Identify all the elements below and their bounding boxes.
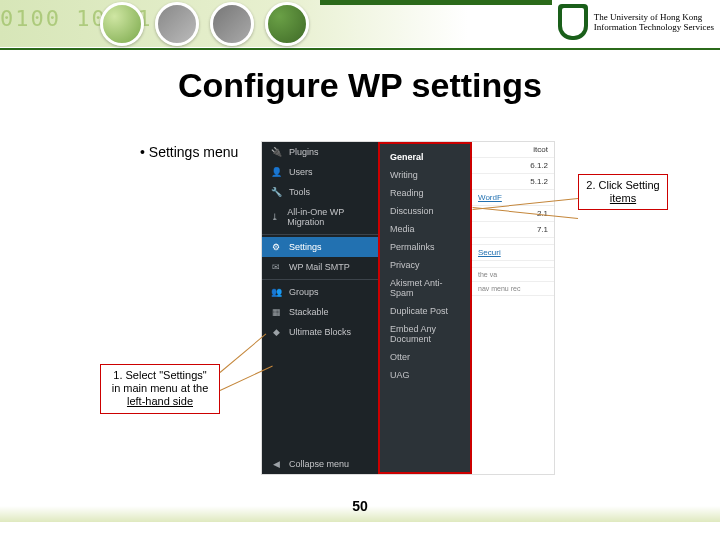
wp-row-right: 6.1.2: [530, 161, 548, 170]
wp-mail-smtp-icon: ✉: [270, 262, 282, 272]
wp-settings-item-discussion[interactable]: Discussion: [380, 202, 470, 220]
wp-menu-label: Collapse menu: [289, 459, 349, 469]
wp-menu-stackable[interactable]: ▦Stackable: [262, 302, 378, 322]
header-circle-globe: [100, 2, 144, 46]
hku-line1: The University of Hong Kong: [594, 12, 714, 22]
header-green-bar: [320, 0, 552, 5]
wp-content-panel: itcot6.1.25.1.2WordF2.17.1Securithe vana…: [472, 142, 554, 474]
all-in-one-wp-migration-icon: ⤓: [270, 212, 280, 222]
settings-icon: ⚙: [270, 242, 282, 252]
wp-row-right: 7.1: [537, 225, 548, 234]
wp-menu-label: Groups: [289, 287, 319, 297]
wp-settings-item-akismet-anti-spam[interactable]: Akismet Anti-Spam: [380, 274, 470, 302]
wp-content-row: 7.1: [472, 222, 554, 238]
hku-line2: Information Technology Services: [594, 22, 714, 32]
wp-side-separator: [262, 234, 378, 235]
wp-settings-item-embed-any-document[interactable]: Embed Any Document: [380, 320, 470, 348]
wp-settings-submenu: GeneralWritingReadingDiscussionMediaPerm…: [378, 142, 472, 474]
wp-menu-collapse-menu[interactable]: ◀Collapse menu: [262, 454, 378, 474]
wp-content-row: the va: [472, 268, 554, 282]
wp-content-row: nav menu rec: [472, 282, 554, 296]
stackable-icon: ▦: [270, 307, 282, 317]
wp-menu-label: WP Mail SMTP: [289, 262, 350, 272]
slide-header: 0100 10001 The University of Hong Kong I…: [0, 0, 720, 48]
wp-row-left: Securi: [478, 248, 501, 257]
wp-admin-screenshot: 🔌Plugins👤Users🔧Tools⤓All-in-One WP Migra…: [262, 142, 554, 474]
callout-2-line1: 2. Click Setting: [585, 179, 661, 192]
wp-menu-label: Plugins: [289, 147, 319, 157]
callout-1-line2: in main menu at the: [107, 382, 213, 395]
wp-side-separator: [262, 279, 378, 280]
ultimate-blocks-icon: ◆: [270, 327, 282, 337]
wp-content-row: 6.1.2: [472, 158, 554, 174]
wp-content-row: 5.1.2: [472, 174, 554, 190]
wp-menu-wp-mail-smtp[interactable]: ✉WP Mail SMTP: [262, 257, 378, 277]
callout-step-2: 2. Click Setting items: [578, 174, 668, 210]
callout-1-line3: left-hand side: [107, 395, 213, 408]
wp-content-row: WordF: [472, 190, 554, 206]
slide-title: Configure WP settings: [0, 50, 720, 113]
wp-settings-item-reading[interactable]: Reading: [380, 184, 470, 202]
wp-row-right: 5.1.2: [530, 177, 548, 186]
wp-menu-ultimate-blocks[interactable]: ◆Ultimate Blocks: [262, 322, 378, 342]
plugins-icon: 🔌: [270, 147, 282, 157]
wp-menu-tools[interactable]: 🔧Tools: [262, 182, 378, 202]
collapse-menu-icon: ◀: [270, 459, 282, 469]
wp-settings-item-otter[interactable]: Otter: [380, 348, 470, 366]
header-circle-photo-1: [155, 2, 199, 46]
slide-body: Configure WP settings Settings menu 🔌Plu…: [0, 50, 720, 522]
wp-settings-item-duplicate-post[interactable]: Duplicate Post: [380, 302, 470, 320]
wp-content-row: [472, 238, 554, 245]
arrow-callout1-a: [220, 334, 267, 373]
wp-menu-label: Tools: [289, 187, 310, 197]
wp-menu-groups[interactable]: 👥Groups: [262, 282, 378, 302]
wp-content-row: Securi: [472, 245, 554, 261]
wp-menu-plugins[interactable]: 🔌Plugins: [262, 142, 378, 162]
hku-org-text: The University of Hong Kong Information …: [594, 12, 714, 33]
bullet-settings-menu: Settings menu: [140, 144, 238, 160]
wp-settings-item-permalinks[interactable]: Permalinks: [380, 238, 470, 256]
header-circle-photo-2: [210, 2, 254, 46]
page-number: 50: [0, 498, 720, 514]
wp-settings-item-general[interactable]: General: [380, 148, 470, 166]
wp-settings-item-media[interactable]: Media: [380, 220, 470, 238]
wp-menu-label: All-in-One WP Migration: [287, 207, 370, 227]
hku-shield-logo: [558, 4, 588, 40]
groups-icon: 👥: [270, 287, 282, 297]
users-icon: 👤: [270, 167, 282, 177]
wp-admin-sidebar: 🔌Plugins👤Users🔧Tools⤓All-in-One WP Migra…: [262, 142, 378, 474]
wp-menu-label: Stackable: [289, 307, 329, 317]
wp-menu-users[interactable]: 👤Users: [262, 162, 378, 182]
callout-2-line2: items: [585, 192, 661, 205]
wp-menu-label: Ultimate Blocks: [289, 327, 351, 337]
wp-menu-label: Users: [289, 167, 313, 177]
wp-row-left: WordF: [478, 193, 502, 202]
wp-settings-item-writing[interactable]: Writing: [380, 166, 470, 184]
wp-menu-settings[interactable]: ⚙Settings: [262, 237, 378, 257]
wp-settings-item-privacy[interactable]: Privacy: [380, 256, 470, 274]
hku-branding: The University of Hong Kong Information …: [558, 4, 714, 40]
callout-1-line1: 1. Select "Settings": [107, 369, 213, 382]
wp-content-row: [472, 261, 554, 268]
callout-step-1: 1. Select "Settings" in main menu at the…: [100, 364, 220, 414]
wp-settings-item-uag[interactable]: UAG: [380, 366, 470, 384]
wp-row-left: nav menu rec: [478, 285, 520, 292]
wp-row-right: itcot: [533, 145, 548, 154]
wp-content-row: itcot: [472, 142, 554, 158]
wp-row-left: the va: [478, 271, 497, 278]
wp-menu-label: Settings: [289, 242, 322, 252]
tools-icon: 🔧: [270, 187, 282, 197]
header-circle-green: [265, 2, 309, 46]
wp-menu-all-in-one-wp-migration[interactable]: ⤓All-in-One WP Migration: [262, 202, 378, 232]
